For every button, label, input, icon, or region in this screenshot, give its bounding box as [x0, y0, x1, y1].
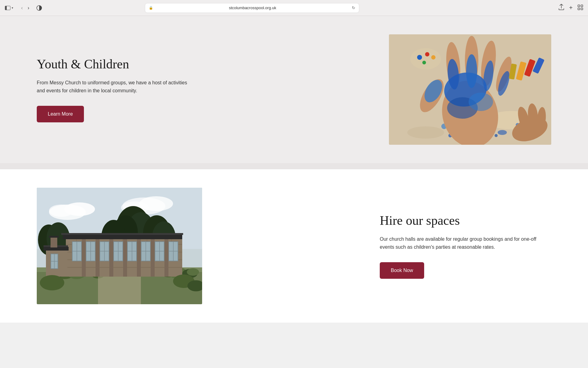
chevron-down-icon: ▾	[12, 6, 13, 10]
svg-rect-139	[98, 277, 141, 304]
svg-rect-123	[82, 239, 86, 277]
svg-rect-126	[123, 239, 127, 277]
svg-rect-3	[578, 8, 580, 10]
new-tab-button[interactable]: +	[569, 4, 573, 11]
svg-point-9	[495, 134, 498, 137]
svg-point-39	[410, 48, 441, 70]
svg-point-43	[422, 61, 426, 64]
svg-rect-137	[51, 237, 57, 247]
address-bar[interactable]: 🔒 stcolumbacrosspool.org.uk ↻	[145, 3, 359, 13]
address-bar-container: 🔒 stcolumbacrosspool.org.uk ↻	[145, 3, 359, 13]
svg-point-48	[49, 205, 74, 217]
half-circle-icon	[36, 5, 42, 11]
reload-button[interactable]: ↻	[352, 6, 355, 10]
hire-description: Our church halls are available for regul…	[380, 235, 551, 251]
url-text: stcolumbacrosspool.org.uk	[156, 6, 349, 10]
svg-rect-4	[581, 8, 583, 10]
youth-text-block: Youth & Children From Messy Church to un…	[37, 57, 190, 122]
lock-icon: 🔒	[149, 6, 153, 10]
sidebar-icon	[5, 6, 10, 10]
theme-toggle-button[interactable]	[35, 4, 43, 12]
svg-point-41	[425, 52, 429, 56]
section-divider	[0, 163, 588, 169]
nav-arrows: ‹ ›	[19, 4, 31, 12]
hire-section: Hire our spaces Our church halls are ava…	[0, 169, 588, 323]
book-now-button[interactable]: Book Now	[380, 262, 424, 279]
svg-rect-124	[96, 239, 100, 277]
svg-rect-129	[164, 239, 168, 277]
browser-actions: +	[559, 4, 583, 12]
svg-point-7	[407, 126, 444, 139]
svg-point-40	[417, 55, 422, 60]
svg-rect-90	[61, 233, 183, 235]
tabs-grid-icon	[578, 5, 583, 10]
svg-point-30	[469, 93, 493, 111]
svg-point-25	[466, 54, 477, 88]
svg-rect-138	[49, 236, 59, 238]
svg-point-42	[431, 55, 435, 59]
page-content: Youth & Children From Messy Church to un…	[0, 16, 588, 323]
hire-title: Hire our spaces	[380, 213, 551, 228]
painted-hand-illustration	[389, 34, 551, 145]
svg-rect-2	[581, 5, 583, 7]
youth-description: From Messy Church to uniformed groups, w…	[37, 79, 190, 94]
svg-rect-1	[578, 5, 580, 7]
svg-point-12	[498, 130, 507, 135]
back-button[interactable]: ‹	[19, 4, 24, 12]
share-icon	[559, 4, 564, 10]
tabs-button[interactable]	[578, 5, 583, 11]
svg-point-140	[40, 275, 64, 290]
church-building-illustration	[37, 188, 202, 304]
sidebar-toggle[interactable]: ▾	[5, 6, 13, 10]
hire-text-block: Hire our spaces Our church halls are ava…	[380, 213, 551, 278]
svg-rect-127	[137, 239, 141, 277]
svg-point-74	[187, 268, 199, 276]
forward-button[interactable]: ›	[26, 4, 31, 12]
svg-rect-125	[109, 239, 113, 277]
svg-rect-128	[151, 239, 155, 277]
youth-title: Youth & Children	[37, 57, 190, 71]
learn-more-button[interactable]: Learn More	[37, 106, 84, 122]
share-button[interactable]	[559, 4, 564, 12]
browser-chrome: ▾ ‹ › 🔒 stcolumbacrosspool.org.uk ↻ +	[0, 0, 588, 16]
hire-image	[37, 188, 202, 304]
youth-image	[389, 34, 551, 145]
youth-section: Youth & Children From Messy Church to un…	[0, 16, 588, 163]
